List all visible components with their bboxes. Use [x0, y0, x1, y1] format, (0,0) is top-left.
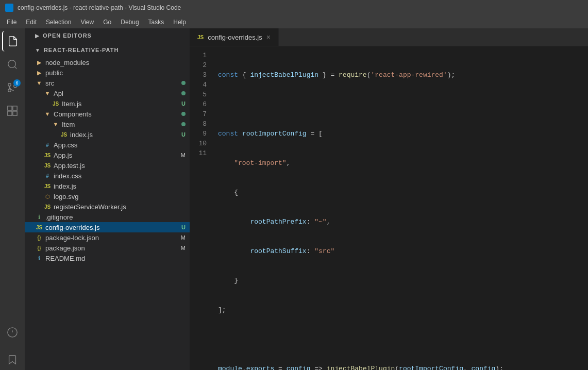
line-numbers: 1 2 3 4 5 6 7 8 9 10 11 [190, 46, 213, 370]
search-activity-icon[interactable] [2, 54, 23, 75]
folder-api-icon: ▼ [43, 89, 52, 97]
file-index-css[interactable]: # index.css [25, 171, 190, 181]
item-folder-git-dot [181, 122, 186, 126]
line-num-3: 3 [190, 70, 213, 80]
line-num-1: 1 [190, 51, 213, 60]
config-overrides-git-label: U [181, 224, 186, 230]
folder-collapsed-icon: ▶ [35, 69, 43, 77]
folder-components-icon: ▼ [43, 110, 52, 118]
editor-area: JS config-overrides.js × 1 2 3 4 5 6 7 8… [190, 28, 588, 370]
menu-selection[interactable]: Selection [42, 18, 75, 27]
item-index-git-label: U [181, 131, 186, 138]
main-layout: 6 ▶ OPEN EDITORS ▼ REACT-RELATIVE-PATH ▶… [0, 28, 588, 370]
line-num-4: 4 [190, 80, 213, 90]
menu-file[interactable]: File [3, 18, 21, 27]
open-editors-header[interactable]: ▶ OPEN EDITORS [25, 28, 190, 43]
svg-point-2 [8, 83, 11, 87]
file-package-lock-json[interactable]: {} package-lock.json M [25, 232, 190, 243]
open-editors-label: OPEN EDITORS [43, 32, 92, 39]
line-num-6: 6 [190, 99, 213, 109]
file-gitignore[interactable]: ℹ .gitignore [25, 212, 190, 222]
code-line-4: "root-import", [218, 158, 588, 168]
svg-rect-7 [13, 106, 17, 110]
tabbar: JS config-overrides.js × [190, 28, 588, 46]
file-package-json-label: package.json [45, 244, 181, 252]
file-index-css-label: index.css [54, 172, 190, 180]
file-logo-svg[interactable]: ⬡ logo.svg [25, 191, 190, 201]
file-app-css[interactable]: # App.css [25, 140, 190, 150]
file-register-service-worker[interactable]: JS registerServiceWorker.js [25, 201, 190, 212]
folder-src-label: src [45, 79, 181, 87]
svg-line-1 [14, 66, 16, 69]
js-file-icon: JS [52, 99, 60, 108]
src-git-dot [181, 81, 186, 85]
bookmarks-activity-icon[interactable] [2, 349, 23, 370]
css-file-icon2: # [43, 172, 52, 180]
code-line-6: rootPathPrefix: "~", [218, 217, 588, 227]
folder-item[interactable]: ▼ Item [25, 119, 190, 129]
folder-node-modules[interactable]: ▶ node_modules [25, 57, 190, 68]
file-app-test-js[interactable]: JS App.test.js [25, 160, 190, 171]
file-item-index-js[interactable]: JS index.js U [25, 129, 190, 140]
line-num-7: 7 [190, 109, 213, 119]
menu-go[interactable]: Go [99, 18, 115, 27]
source-control-activity-icon[interactable]: 6 [2, 77, 23, 98]
activitybar: 6 [0, 28, 25, 370]
title-text: config-overrides.js - react-relative-pat… [18, 4, 181, 11]
code-line-9: ]; [218, 305, 588, 315]
svg-rect-9 [13, 111, 17, 115]
css-file-icon: # [43, 141, 52, 149]
menu-tasks[interactable]: Tasks [144, 18, 169, 27]
menu-edit[interactable]: Edit [22, 18, 41, 27]
svg-point-3 [8, 89, 11, 92]
tab-close-button[interactable]: × [266, 33, 271, 41]
code-line-7: rootPathSuffix: "src" [218, 246, 588, 256]
tab-config-overrides[interactable]: JS config-overrides.js × [190, 28, 279, 46]
folder-open-icon: ▼ [35, 79, 43, 87]
source-control-badge: 6 [13, 79, 21, 87]
tab-js-icon: JS [197, 35, 204, 40]
app-icon [5, 4, 13, 12]
file-config-overrides[interactable]: JS config-overrides.js U [25, 222, 190, 232]
file-index-js[interactable]: JS index.js [25, 181, 190, 191]
code-editor[interactable]: 1 2 3 4 5 6 7 8 9 10 11 const { injectBa… [190, 46, 588, 370]
code-line-11: module.exports = config => injectBabelPl… [218, 364, 588, 370]
code-line-1: const { injectBabelPlugin } = require('r… [218, 70, 588, 80]
folder-api-label: Api [54, 90, 181, 97]
package-json-git-label: M [181, 245, 186, 251]
tab-label: config-overrides.js [208, 33, 262, 41]
file-item-js[interactable]: JS Item.js U [25, 98, 190, 109]
code-line-5: { [218, 188, 588, 197]
file-gitignore-label: .gitignore [45, 213, 190, 221]
project-root-header[interactable]: ▼ REACT-RELATIVE-PATH [25, 43, 190, 57]
app-js-git-label: M [181, 152, 186, 158]
folder-public-label: public [45, 69, 190, 77]
menu-view[interactable]: View [76, 18, 98, 27]
file-package-json[interactable]: {} package.json M [25, 243, 190, 253]
file-app-js[interactable]: JS App.js M [25, 150, 190, 160]
file-readme-md[interactable]: ℹ README.md [25, 253, 190, 263]
code-line-10 [218, 334, 588, 344]
extensions-activity-icon[interactable] [2, 100, 23, 121]
debug-activity-icon[interactable] [2, 322, 23, 343]
api-git-dot [181, 91, 186, 95]
menu-help[interactable]: Help [169, 18, 190, 27]
code-content[interactable]: const { injectBabelPlugin } = require('r… [213, 46, 588, 370]
folder-api[interactable]: ▼ Api [25, 88, 190, 98]
menu-debug[interactable]: Debug [116, 18, 143, 27]
folder-public[interactable]: ▶ public [25, 68, 190, 78]
line-num-5: 5 [190, 90, 213, 99]
file-register-service-worker-label: registerServiceWorker.js [54, 203, 190, 211]
file-item-js-label: Item.js [62, 100, 181, 108]
code-line-2 [218, 99, 588, 109]
json-file-icon: {} [35, 233, 43, 242]
folder-item-label: Item [62, 121, 181, 128]
folder-components[interactable]: ▼ Components [25, 109, 190, 119]
folder-src[interactable]: ▼ src [25, 78, 190, 88]
js-file-icon3: JS [43, 151, 52, 159]
line-num-11: 11 [190, 148, 213, 158]
line-num-10: 10 [190, 139, 213, 148]
svg-rect-6 [8, 106, 12, 110]
file-app-js-label: App.js [54, 152, 181, 159]
explorer-activity-icon[interactable] [2, 31, 23, 52]
